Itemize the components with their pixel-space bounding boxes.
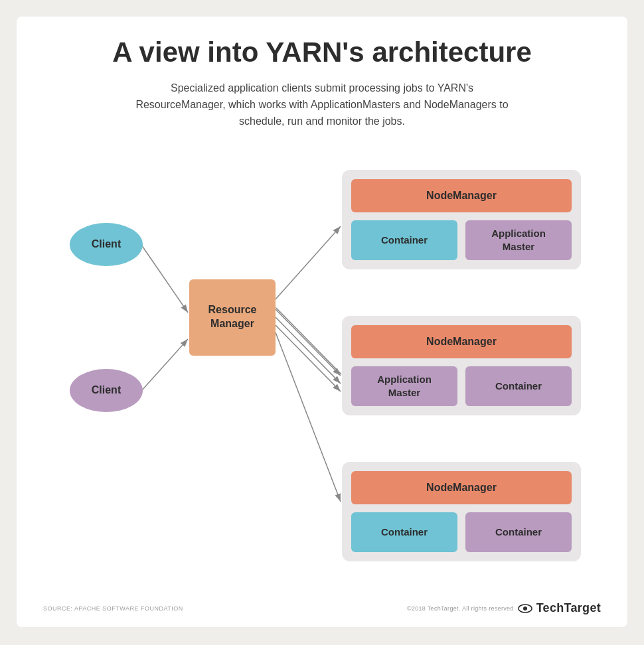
svg-line-9 (276, 332, 341, 502)
footer-source: Source: Apache Software Foundation (43, 605, 183, 612)
footer: Source: Apache Software Foundation ©2018… (43, 601, 601, 615)
node-manager-2: NodeManager (351, 325, 572, 358)
node-cluster-1: NodeManager Container ApplicationMaster (342, 170, 581, 269)
page-subtitle: Specialized application clients submit p… (129, 80, 515, 129)
svg-line-8 (276, 308, 341, 374)
container-3b: Container (465, 512, 572, 552)
footer-brand: ©2018 TechTarget. All rights reserved Te… (407, 601, 601, 615)
node-manager-1: NodeManager (351, 179, 572, 212)
container-3a: Container (351, 512, 457, 552)
client-blue: Client (70, 223, 143, 266)
app-master-2: ApplicationMaster (351, 366, 457, 406)
svg-line-5 (276, 309, 341, 376)
svg-line-7 (276, 325, 341, 392)
svg-point-11 (523, 607, 527, 610)
diagram: Client Client ResourceManager NodeManage… (43, 150, 601, 581)
node-cluster-2: NodeManager ApplicationMaster Container (342, 316, 581, 415)
app-master-1: ApplicationMaster (465, 220, 572, 260)
svg-line-4 (276, 226, 341, 299)
main-card: A view into YARN's architecture Speciali… (17, 17, 627, 627)
page-title: A view into YARN's architecture (43, 36, 601, 68)
client-purple: Client (70, 369, 143, 412)
node-cluster-3: NodeManager Container Container (342, 462, 581, 561)
svg-line-3 (141, 339, 188, 391)
eye-icon (518, 604, 532, 613)
footer-copyright: ©2018 TechTarget. All rights reserved (407, 605, 514, 612)
resource-manager-box: ResourceManager (189, 279, 276, 356)
container-1: Container (351, 220, 457, 260)
brand-name: TechTarget (536, 601, 601, 615)
svg-line-6 (276, 317, 341, 384)
container-2: Container (465, 366, 572, 406)
svg-line-2 (141, 245, 188, 313)
node-manager-3: NodeManager (351, 471, 572, 504)
